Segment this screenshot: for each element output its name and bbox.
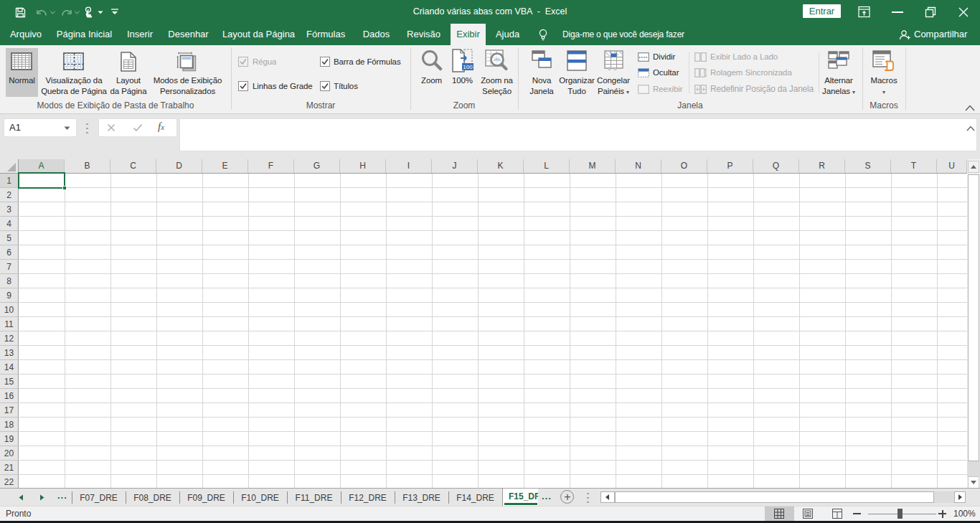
svg-text:100: 100 (463, 64, 473, 70)
